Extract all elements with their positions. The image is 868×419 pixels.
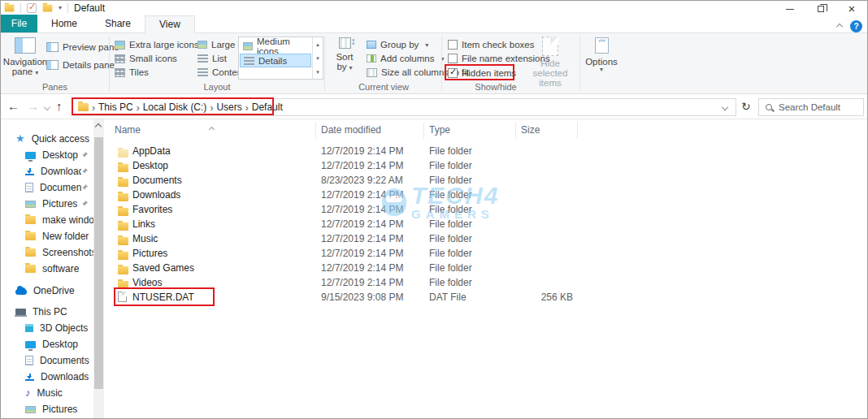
hidden-items-checkbox[interactable]: Hidden items (448, 67, 516, 80)
options-button[interactable]: Options ▾ (583, 37, 620, 73)
sidebar-item-3d-objects[interactable]: 3D Objects (1, 320, 93, 336)
breadcrumb-users[interactable]: Users (213, 102, 245, 113)
qat-customize-chevron-icon[interactable]: ▾ (59, 5, 62, 11)
group-by-button[interactable]: Group by (367, 38, 428, 51)
file-row-favorites[interactable]: Favorites 12/7/2019 2:14 PM File folder (104, 202, 867, 217)
sidebar-item-onedrive[interactable]: OneDrive (1, 283, 93, 299)
sidebar-item-pictures[interactable]: Pictures (1, 401, 93, 417)
gallery-scroll-down-icon[interactable]: ▾ (316, 55, 319, 62)
hide-selected-items-button[interactable]: Hide selected items (525, 37, 575, 88)
close-button[interactable] (836, 1, 867, 17)
restore-button[interactable] (805, 1, 836, 17)
column-divider[interactable] (515, 123, 516, 139)
sidebar-item-new-folder[interactable]: New folder (1, 228, 93, 244)
add-columns-button[interactable]: Add columns (367, 52, 445, 65)
sidebar-item-music[interactable]: Music (1, 385, 93, 401)
sidebar-item-this-pc[interactable]: This PC (1, 304, 93, 320)
gallery-more-icon[interactable]: ▾ (316, 69, 319, 76)
collapse-ribbon-icon[interactable] (836, 23, 843, 29)
file-row-pictures[interactable]: Pictures 12/7/2019 2:14 PM File folder (104, 246, 867, 261)
breadcrumb-default[interactable]: Default (249, 102, 286, 113)
tab-share[interactable]: Share (91, 15, 145, 32)
sidebar-scrollbar[interactable] (93, 119, 104, 418)
breadcrumb-local-disk-c[interactable]: Local Disk (C:) (140, 102, 210, 113)
this-pc-icon (15, 309, 26, 315)
sidebar-item-documents-pinned[interactable]: Documents (1, 179, 93, 196)
file-row-downloads[interactable]: Downloads 12/7/2019 2:14 PM File folder (104, 188, 867, 202)
file-type: File folder (429, 188, 472, 202)
column-header-name[interactable]: Name (115, 124, 141, 136)
medium-icons-button[interactable]: Medium icons (240, 39, 311, 53)
small-icons-button[interactable]: Small icons (115, 52, 177, 65)
small-icons-label: Small icons (129, 54, 177, 63)
sidebar-item-desktop-pinned[interactable]: Desktop (1, 147, 93, 163)
column-header-type[interactable]: Type (429, 124, 450, 136)
tiles-view-icon (115, 68, 125, 77)
forward-button[interactable]: → (27, 98, 39, 114)
file-row-links[interactable]: Links 12/7/2019 2:14 PM File folder (104, 217, 867, 231)
ribbon-tab-strip: File Home Share View (1, 15, 867, 33)
file-row-desktop[interactable]: Desktop 12/7/2019 2:14 PM File folder (104, 158, 867, 173)
sidebar-item-label: This PC (33, 306, 67, 317)
details-view-button[interactable]: Details (240, 54, 311, 67)
file-date: 12/7/2019 2:14 PM (321, 158, 403, 173)
minimize-button[interactable] (775, 1, 805, 17)
show-hide-group-label: Show/hide (443, 82, 549, 92)
qat-new-folder-icon[interactable] (43, 5, 53, 12)
sidebar-item-software[interactable]: software (1, 261, 93, 277)
qat-properties-icon[interactable] (27, 3, 37, 13)
tiles-view-button[interactable]: Tiles (115, 66, 149, 79)
help-icon[interactable]: ? (850, 20, 862, 32)
extra-large-icons-button[interactable]: Extra large icons (115, 38, 199, 51)
gallery-scroll-up-icon[interactable]: ▴ (316, 41, 319, 48)
list-view-button[interactable]: List (197, 52, 227, 65)
tiles-view-label: Tiles (129, 67, 149, 77)
address-dropdown-chevron-icon[interactable] (722, 104, 728, 110)
breadcrumb-this-pc[interactable]: This PC (95, 102, 137, 113)
file-date: 12/7/2019 2:14 PM (321, 217, 403, 231)
medium-icons-icon (243, 42, 253, 50)
file-row-ntuser-dat[interactable]: NTUSER.DAT 9/15/2023 9:08 PM DAT File 25… (104, 290, 867, 305)
navigation-pane-button[interactable]: Navigation pane (7, 37, 43, 78)
tab-view[interactable]: View (145, 15, 195, 33)
address-breadcrumb-box[interactable]: This PC Local Disk (C:) Users Default (72, 98, 736, 116)
item-check-boxes-checkbox[interactable]: Item check boxes (448, 38, 534, 51)
column-divider[interactable] (577, 123, 578, 139)
back-button[interactable]: ← (7, 98, 20, 114)
sidebar-item-downloads-pinned[interactable]: Downloads (1, 163, 93, 179)
file-date: 12/7/2019 2:14 PM (321, 275, 403, 290)
file-row-saved-games[interactable]: Saved Games 12/7/2019 2:14 PM File folde… (104, 261, 867, 275)
details-pane-button[interactable]: Details pane (46, 58, 115, 71)
sort-by-label: Sort (336, 52, 353, 62)
sidebar-item-make-windows-1[interactable]: make windows 1 (1, 212, 93, 228)
panes-group-label: Panes (1, 82, 109, 92)
folder-icon (118, 266, 128, 274)
file-row-documents[interactable]: Documents 8/23/2023 9:22 AM File folder (104, 173, 867, 188)
file-row-appdata[interactable]: AppData 12/7/2019 2:14 PM File folder (104, 144, 867, 158)
search-input[interactable] (779, 102, 856, 112)
recent-locations-chevron-icon[interactable] (44, 104, 50, 110)
tab-home-label: Home (51, 18, 77, 29)
column-header-size[interactable]: Size (521, 124, 540, 136)
column-divider[interactable] (315, 123, 316, 139)
sort-by-button[interactable]: Sort by (329, 37, 360, 73)
column-header-date-modified[interactable]: Date modified (321, 124, 381, 136)
pin-icon (81, 182, 89, 193)
sidebar-item-pictures-pinned[interactable]: Pictures (1, 196, 93, 212)
content-view-icon (197, 68, 208, 76)
scrollbar-thumb[interactable] (94, 137, 103, 389)
file-row-videos[interactable]: Videos 12/7/2019 2:14 PM File folder (104, 275, 867, 290)
sidebar-item-quick-access[interactable]: Quick access (1, 131, 93, 147)
scroll-up-icon[interactable] (95, 123, 102, 130)
up-button[interactable]: ↑ (56, 98, 63, 114)
sidebar-item-screenshots[interactable]: Screenshots (1, 244, 93, 261)
tab-file[interactable]: File (1, 15, 37, 32)
file-row-music[interactable]: Music 12/7/2019 2:14 PM File folder (104, 231, 867, 246)
tab-home[interactable]: Home (37, 15, 91, 32)
sidebar-item-desktop[interactable]: Desktop (1, 336, 93, 352)
search-box[interactable] (758, 98, 864, 116)
column-divider[interactable] (423, 123, 424, 139)
sidebar-item-downloads[interactable]: Downloads (1, 369, 93, 385)
refresh-icon[interactable]: ↻ (741, 98, 751, 114)
sidebar-item-documents[interactable]: Documents (1, 352, 93, 369)
